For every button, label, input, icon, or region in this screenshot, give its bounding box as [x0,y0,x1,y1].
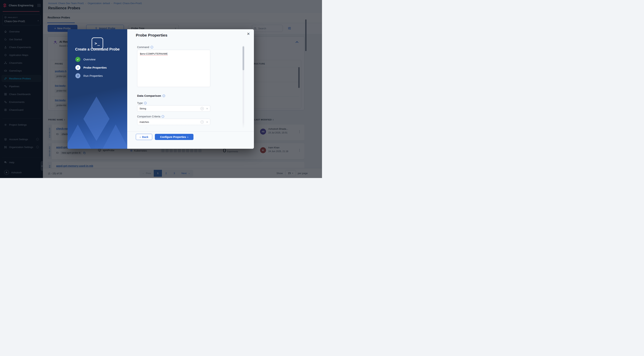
chevron-right-icon: › [187,135,188,138]
close-icon[interactable]: × [247,31,250,37]
info-icon [144,102,147,104]
info-icon [162,94,165,97]
command-label-row: Command [137,46,153,49]
footer-divider [127,131,254,132]
wizard-title: Create a Command Probe [68,47,127,51]
wizard-step-run-properties[interactable]: 3 Run Properties [75,73,107,78]
type-label-row: Type [137,102,147,105]
info-icon [162,115,164,118]
wizard-step-overview[interactable]: ✓ Overview [75,57,107,62]
create-command-probe-modal: >_ Create a Command Probe ✓ Overview 2 P… [68,29,254,149]
info-icon [150,46,153,48]
check-icon: ✓ [75,57,80,62]
type-select[interactable]: String [137,105,210,112]
data-comparison-heading: Data Comparison [137,94,165,97]
step-number: 3 [75,73,80,78]
chevron-down-icon [206,107,208,110]
back-button[interactable]: ‹ Back [136,134,152,140]
modal-scrollbar-thumb[interactable] [242,46,244,70]
command-textarea[interactable]: $env:COMPUTERNAME [137,50,210,87]
chevron-left-icon: ‹ [140,135,141,138]
configure-properties-button[interactable]: Configure Properties › [155,134,194,140]
criteria-label-row: Comparison Criteria [137,115,164,118]
clear-icon[interactable] [200,107,204,110]
wizard-panel: >_ Create a Command Probe ✓ Overview 2 P… [68,29,127,149]
step-number: 2 [75,65,80,70]
modal-form-panel: × Probe Properties Command $env:COMPUTER… [127,29,254,149]
harness-watermark [68,96,127,149]
wizard-step-probe-properties[interactable]: 2 Probe Properties [75,65,107,70]
modal-title: Probe Properties [136,33,167,37]
scroll-fade [127,122,254,131]
